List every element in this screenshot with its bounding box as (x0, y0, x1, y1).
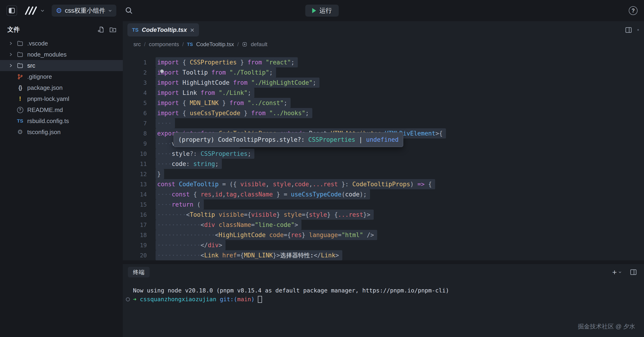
code-line[interactable]: 3import HighLightCode from "./HighLightC… (123, 78, 644, 88)
line-number: 4 (123, 90, 147, 96)
tree-item-label: node_modules (27, 51, 67, 58)
code-line-content: ····const { res,id,tag,className } = use… (156, 189, 370, 200)
line-number: 13 (123, 181, 147, 188)
code-line[interactable]: 6import { useCssTypeCode } from "../hook… (123, 108, 644, 118)
logo-icon (24, 6, 38, 16)
code-line[interactable]: 10····style?: CSSProperties; (123, 149, 644, 159)
code-line[interactable]: 11····code: string; (123, 159, 644, 169)
help-button[interactable]: ? (629, 6, 638, 15)
tree-item-package-json[interactable]: {} package.json (0, 82, 123, 93)
code-line[interactable]: 15····return ( (123, 200, 644, 210)
chevron-right-icon[interactable] (8, 41, 14, 46)
code-line-content: ················<HighLightCode code={res… (156, 230, 377, 240)
terminal-line: Now using node v20.18.0 (pnpm v8.15.4 as… (133, 286, 644, 295)
code-line[interactable]: 4import Link from "./Link"; (123, 88, 644, 98)
project-gear-icon: ⚙ (56, 7, 62, 14)
code-line[interactable]: 20············<Link href={MDN_LINK}>选择器特… (123, 250, 644, 260)
tree-item-tsconfig[interactable]: ⚙ tsconfig.json (0, 126, 123, 138)
tabbar-actions (625, 26, 639, 34)
code-token: } = (273, 191, 291, 198)
split-terminal-button[interactable] (630, 268, 637, 276)
code-line[interactable]: 7···· (123, 118, 644, 128)
file-tree: .vscode node_modules src (0, 38, 123, 138)
code-token: visible (218, 211, 244, 218)
code-token: const (172, 191, 190, 198)
search-button[interactable] (125, 7, 133, 14)
logo-chevron-icon[interactable] (40, 8, 45, 13)
terminal-output[interactable]: Now using node v20.18.0 (pnpm v8.15.4 as… (123, 280, 644, 337)
new-file-button[interactable] (98, 26, 104, 33)
code-token: } (240, 110, 251, 116)
project-chevron-icon (108, 8, 112, 13)
project-selector[interactable]: ⚙ css权重小组件 (52, 4, 116, 16)
tree-item-src[interactable]: src (0, 60, 123, 71)
chevron-right-icon[interactable] (8, 52, 14, 57)
code-line-content: import Link from "./Link"; (156, 88, 254, 98)
code-editor[interactable]: 1import { CSSProperties } from "react";2… (123, 50, 644, 260)
breadcrumb-separator: / (237, 41, 239, 48)
code-line[interactable]: 17············<div className="line-code"… (123, 220, 644, 230)
code-token: useCssTypeCode (190, 110, 240, 116)
code-line[interactable]: 18················<HighLightCode code={r… (123, 230, 644, 240)
code-line[interactable]: 2import Tooltip from "./Tooltip"; (123, 68, 644, 78)
tab-terminal[interactable]: 终端 (128, 267, 150, 278)
tree-item-pnpm-lock[interactable]: ! pnpm-lock.yaml (0, 93, 123, 104)
code-line[interactable]: 13const CodeTooltip = ({ visible, style,… (123, 179, 644, 189)
breadcrumb-item-src[interactable]: src (134, 41, 141, 48)
code-token: ; (306, 110, 309, 116)
code-token: from (230, 100, 244, 106)
code-line[interactable]: 16········<Tooltip visible={visible} sty… (123, 210, 644, 220)
line-number: 19 (123, 242, 147, 248)
sidebar-toggle-button[interactable] (6, 5, 17, 16)
code-token: { (179, 59, 190, 66)
tree-item-label: rsbuild.config.ts (27, 118, 69, 125)
tree-item-node-modules[interactable]: node_modules (0, 49, 123, 60)
tree-item-readme[interactable]: ? README.md (0, 104, 123, 116)
code-token: style (172, 150, 190, 157)
split-editor-button[interactable] (625, 26, 632, 34)
breadcrumb-item-default[interactable]: default (251, 41, 267, 48)
tree-item-vscode[interactable]: .vscode (0, 38, 123, 49)
tab-codetooltip[interactable]: TS CodeTooltip.tsx × (128, 23, 199, 36)
code-line[interactable]: 19············</div> (123, 240, 644, 250)
app-logo[interactable] (24, 6, 38, 16)
run-button[interactable]: 运行 (306, 4, 339, 16)
tab-close-icon[interactable]: × (190, 26, 194, 34)
code-token: ; (269, 69, 273, 76)
tooltip-signature: CodeTooltipProps.style?: (218, 136, 308, 143)
code-token (179, 79, 182, 86)
tooltip-pipe: | (355, 136, 366, 143)
code-token (197, 89, 200, 96)
terminal-prompt-line: ➜ cssquanzhongxiaozujian git:(main) (133, 295, 644, 304)
code-token (215, 221, 218, 228)
line-number: 12 (123, 171, 147, 178)
code-token (215, 89, 218, 96)
new-terminal-button[interactable]: + (611, 268, 623, 277)
line-number: 10 (123, 150, 147, 157)
panel-divider[interactable] (123, 260, 644, 264)
new-folder-button[interactable] (110, 26, 116, 33)
code-line[interactable]: 12} (123, 169, 644, 179)
run-label: 运行 (320, 6, 332, 15)
prompt-directory: cssquanzhongxiaozujian (140, 295, 216, 304)
code-token: : (186, 160, 193, 167)
breadcrumb-item-file[interactable]: CodeTooltip.tsx (196, 41, 234, 48)
code-token: "./HighLightCode" (251, 79, 312, 86)
code-token: }> (273, 252, 280, 259)
code-token (226, 69, 230, 76)
tree-item-label: .gitignore (27, 73, 52, 80)
line-number: 11 (123, 161, 147, 167)
code-line[interactable]: 1import { CSSProperties } from "react"; (123, 57, 644, 68)
code-line[interactable]: 14····const { res,id,tag,className } = u… (123, 189, 644, 200)
code-token: "line-code" (255, 221, 294, 228)
chevron-right-icon[interactable] (8, 63, 14, 68)
code-token: < (200, 221, 204, 228)
tree-item-gitignore[interactable]: .gitignore (0, 71, 123, 82)
code-token: import (157, 89, 179, 96)
tree-item-rsbuild-config[interactable]: TS rsbuild.config.ts (0, 116, 123, 126)
code-token: = ({ (218, 181, 240, 188)
sidebar-actions (98, 26, 116, 33)
code-line-content: ····return ( (156, 200, 204, 210)
breadcrumb-item-components[interactable]: components (149, 41, 179, 48)
code-line[interactable]: 5import { MDN_LINK } from "../const"; (123, 98, 644, 108)
